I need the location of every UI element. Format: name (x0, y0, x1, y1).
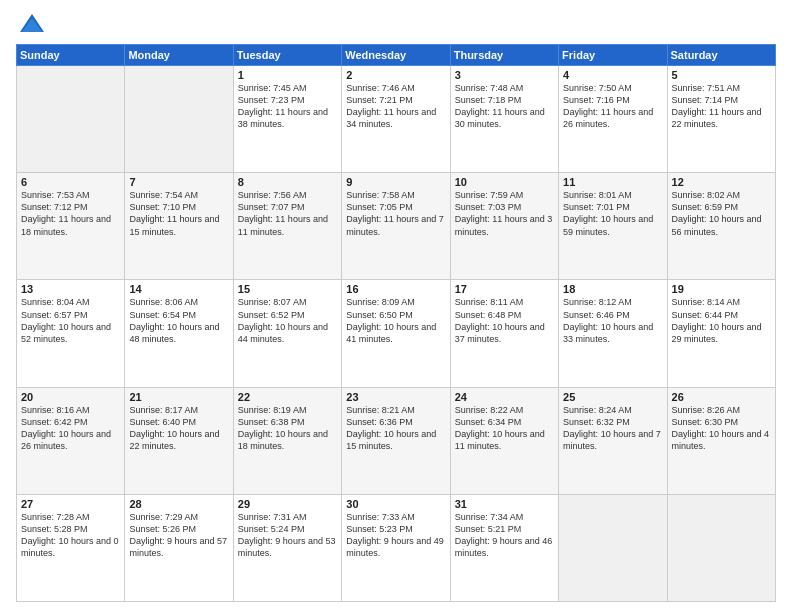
day-number: 24 (455, 391, 554, 403)
calendar-cell: 10Sunrise: 7:59 AM Sunset: 7:03 PM Dayli… (450, 173, 558, 280)
calendar-cell: 28Sunrise: 7:29 AM Sunset: 5:26 PM Dayli… (125, 494, 233, 601)
day-number: 14 (129, 283, 228, 295)
day-number: 21 (129, 391, 228, 403)
cell-content: Sunrise: 7:53 AM Sunset: 7:12 PM Dayligh… (21, 189, 120, 238)
week-row-1: 1Sunrise: 7:45 AM Sunset: 7:23 PM Daylig… (17, 66, 776, 173)
cell-content: Sunrise: 7:33 AM Sunset: 5:23 PM Dayligh… (346, 511, 445, 560)
day-number: 13 (21, 283, 120, 295)
calendar-cell: 1Sunrise: 7:45 AM Sunset: 7:23 PM Daylig… (233, 66, 341, 173)
week-row-4: 20Sunrise: 8:16 AM Sunset: 6:42 PM Dayli… (17, 387, 776, 494)
day-number: 7 (129, 176, 228, 188)
calendar-cell: 11Sunrise: 8:01 AM Sunset: 7:01 PM Dayli… (559, 173, 667, 280)
header (16, 12, 776, 36)
cell-content: Sunrise: 7:58 AM Sunset: 7:05 PM Dayligh… (346, 189, 445, 238)
cell-content: Sunrise: 8:06 AM Sunset: 6:54 PM Dayligh… (129, 296, 228, 345)
cell-content: Sunrise: 7:59 AM Sunset: 7:03 PM Dayligh… (455, 189, 554, 238)
weekday-header-wednesday: Wednesday (342, 45, 450, 66)
day-number: 20 (21, 391, 120, 403)
day-number: 11 (563, 176, 662, 188)
calendar-cell: 7Sunrise: 7:54 AM Sunset: 7:10 PM Daylig… (125, 173, 233, 280)
cell-content: Sunrise: 8:14 AM Sunset: 6:44 PM Dayligh… (672, 296, 771, 345)
calendar-cell (125, 66, 233, 173)
calendar-cell: 3Sunrise: 7:48 AM Sunset: 7:18 PM Daylig… (450, 66, 558, 173)
calendar-cell: 23Sunrise: 8:21 AM Sunset: 6:36 PM Dayli… (342, 387, 450, 494)
day-number: 17 (455, 283, 554, 295)
cell-content: Sunrise: 8:11 AM Sunset: 6:48 PM Dayligh… (455, 296, 554, 345)
calendar-cell: 16Sunrise: 8:09 AM Sunset: 6:50 PM Dayli… (342, 280, 450, 387)
calendar-cell: 31Sunrise: 7:34 AM Sunset: 5:21 PM Dayli… (450, 494, 558, 601)
weekday-header-tuesday: Tuesday (233, 45, 341, 66)
day-number: 5 (672, 69, 771, 81)
day-number: 4 (563, 69, 662, 81)
cell-content: Sunrise: 8:24 AM Sunset: 6:32 PM Dayligh… (563, 404, 662, 453)
calendar-cell: 14Sunrise: 8:06 AM Sunset: 6:54 PM Dayli… (125, 280, 233, 387)
cell-content: Sunrise: 8:17 AM Sunset: 6:40 PM Dayligh… (129, 404, 228, 453)
cell-content: Sunrise: 8:01 AM Sunset: 7:01 PM Dayligh… (563, 189, 662, 238)
day-number: 19 (672, 283, 771, 295)
cell-content: Sunrise: 7:28 AM Sunset: 5:28 PM Dayligh… (21, 511, 120, 560)
day-number: 1 (238, 69, 337, 81)
cell-content: Sunrise: 7:31 AM Sunset: 5:24 PM Dayligh… (238, 511, 337, 560)
cell-content: Sunrise: 7:48 AM Sunset: 7:18 PM Dayligh… (455, 82, 554, 131)
day-number: 18 (563, 283, 662, 295)
day-number: 25 (563, 391, 662, 403)
cell-content: Sunrise: 8:21 AM Sunset: 6:36 PM Dayligh… (346, 404, 445, 453)
calendar-cell: 24Sunrise: 8:22 AM Sunset: 6:34 PM Dayli… (450, 387, 558, 494)
cell-content: Sunrise: 8:12 AM Sunset: 6:46 PM Dayligh… (563, 296, 662, 345)
week-row-2: 6Sunrise: 7:53 AM Sunset: 7:12 PM Daylig… (17, 173, 776, 280)
calendar-cell: 29Sunrise: 7:31 AM Sunset: 5:24 PM Dayli… (233, 494, 341, 601)
calendar-cell: 20Sunrise: 8:16 AM Sunset: 6:42 PM Dayli… (17, 387, 125, 494)
calendar-cell: 21Sunrise: 8:17 AM Sunset: 6:40 PM Dayli… (125, 387, 233, 494)
calendar-cell: 22Sunrise: 8:19 AM Sunset: 6:38 PM Dayli… (233, 387, 341, 494)
day-number: 12 (672, 176, 771, 188)
calendar-cell (17, 66, 125, 173)
cell-content: Sunrise: 8:07 AM Sunset: 6:52 PM Dayligh… (238, 296, 337, 345)
day-number: 22 (238, 391, 337, 403)
cell-content: Sunrise: 7:34 AM Sunset: 5:21 PM Dayligh… (455, 511, 554, 560)
day-number: 3 (455, 69, 554, 81)
calendar-cell: 5Sunrise: 7:51 AM Sunset: 7:14 PM Daylig… (667, 66, 775, 173)
calendar-cell: 4Sunrise: 7:50 AM Sunset: 7:16 PM Daylig… (559, 66, 667, 173)
calendar-cell: 13Sunrise: 8:04 AM Sunset: 6:57 PM Dayli… (17, 280, 125, 387)
cell-content: Sunrise: 8:02 AM Sunset: 6:59 PM Dayligh… (672, 189, 771, 238)
week-row-3: 13Sunrise: 8:04 AM Sunset: 6:57 PM Dayli… (17, 280, 776, 387)
day-number: 9 (346, 176, 445, 188)
cell-content: Sunrise: 8:09 AM Sunset: 6:50 PM Dayligh… (346, 296, 445, 345)
calendar-cell: 26Sunrise: 8:26 AM Sunset: 6:30 PM Dayli… (667, 387, 775, 494)
day-number: 6 (21, 176, 120, 188)
day-number: 27 (21, 498, 120, 510)
calendar-cell: 2Sunrise: 7:46 AM Sunset: 7:21 PM Daylig… (342, 66, 450, 173)
day-number: 28 (129, 498, 228, 510)
day-number: 8 (238, 176, 337, 188)
page: SundayMondayTuesdayWednesdayThursdayFrid… (0, 0, 792, 612)
calendar-cell: 8Sunrise: 7:56 AM Sunset: 7:07 PM Daylig… (233, 173, 341, 280)
cell-content: Sunrise: 7:50 AM Sunset: 7:16 PM Dayligh… (563, 82, 662, 131)
calendar-cell: 19Sunrise: 8:14 AM Sunset: 6:44 PM Dayli… (667, 280, 775, 387)
calendar-cell: 12Sunrise: 8:02 AM Sunset: 6:59 PM Dayli… (667, 173, 775, 280)
logo (16, 12, 50, 36)
day-number: 23 (346, 391, 445, 403)
calendar-cell: 6Sunrise: 7:53 AM Sunset: 7:12 PM Daylig… (17, 173, 125, 280)
cell-content: Sunrise: 8:26 AM Sunset: 6:30 PM Dayligh… (672, 404, 771, 453)
weekday-header-sunday: Sunday (17, 45, 125, 66)
day-number: 10 (455, 176, 554, 188)
day-number: 2 (346, 69, 445, 81)
logo-icon (18, 12, 46, 36)
calendar-cell (559, 494, 667, 601)
calendar-cell: 30Sunrise: 7:33 AM Sunset: 5:23 PM Dayli… (342, 494, 450, 601)
calendar: SundayMondayTuesdayWednesdayThursdayFrid… (16, 44, 776, 602)
weekday-header-monday: Monday (125, 45, 233, 66)
calendar-cell: 18Sunrise: 8:12 AM Sunset: 6:46 PM Dayli… (559, 280, 667, 387)
calendar-cell: 17Sunrise: 8:11 AM Sunset: 6:48 PM Dayli… (450, 280, 558, 387)
calendar-cell: 15Sunrise: 8:07 AM Sunset: 6:52 PM Dayli… (233, 280, 341, 387)
weekday-header-thursday: Thursday (450, 45, 558, 66)
calendar-cell: 9Sunrise: 7:58 AM Sunset: 7:05 PM Daylig… (342, 173, 450, 280)
cell-content: Sunrise: 7:51 AM Sunset: 7:14 PM Dayligh… (672, 82, 771, 131)
cell-content: Sunrise: 7:29 AM Sunset: 5:26 PM Dayligh… (129, 511, 228, 560)
cell-content: Sunrise: 8:19 AM Sunset: 6:38 PM Dayligh… (238, 404, 337, 453)
cell-content: Sunrise: 8:16 AM Sunset: 6:42 PM Dayligh… (21, 404, 120, 453)
cell-content: Sunrise: 8:04 AM Sunset: 6:57 PM Dayligh… (21, 296, 120, 345)
week-row-5: 27Sunrise: 7:28 AM Sunset: 5:28 PM Dayli… (17, 494, 776, 601)
cell-content: Sunrise: 7:46 AM Sunset: 7:21 PM Dayligh… (346, 82, 445, 131)
calendar-cell: 27Sunrise: 7:28 AM Sunset: 5:28 PM Dayli… (17, 494, 125, 601)
